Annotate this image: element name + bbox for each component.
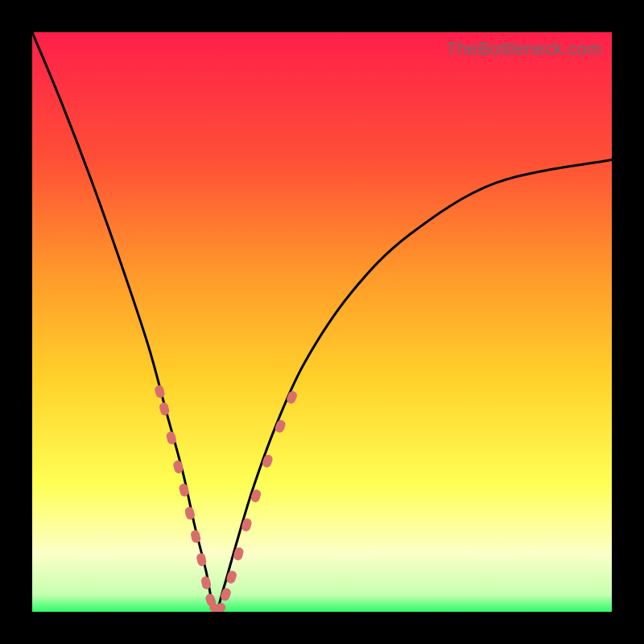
curve-highlight-dot — [285, 390, 298, 405]
watermark-text: TheBottleneck.com — [447, 39, 602, 60]
curve-layer — [32, 32, 612, 612]
bottleneck-curve — [32, 32, 612, 612]
curve-highlight-dot — [154, 384, 166, 398]
plot-area: TheBottleneck.com — [32, 32, 612, 612]
chart-frame: TheBottleneck.com — [0, 0, 644, 644]
curve-highlight-dot — [274, 419, 287, 434]
curve-highlight-dot — [159, 402, 171, 416]
